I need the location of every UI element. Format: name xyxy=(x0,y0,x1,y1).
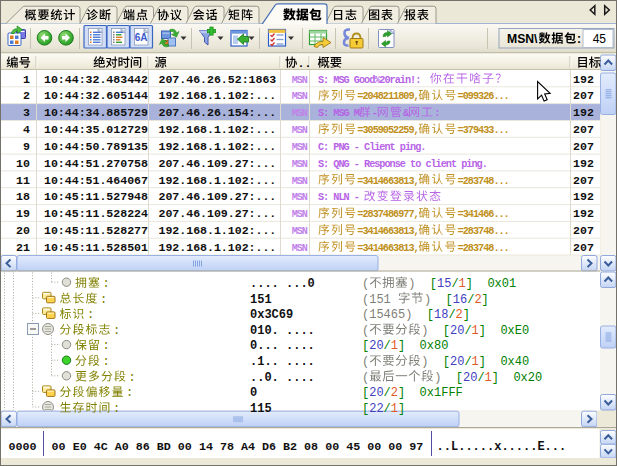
svg-text:]: ] xyxy=(466,277,473,291)
svg-text:/: / xyxy=(384,339,391,353)
svg-text:MSN: MSN xyxy=(292,125,308,136)
svg-text:/: / xyxy=(464,324,471,338)
svg-text:S: NLN -: S: NLN - xyxy=(318,192,364,203)
svg-text:[: [ xyxy=(430,277,437,291)
svg-text:207: 207 xyxy=(573,89,594,102)
svg-text:18: 18 xyxy=(434,308,448,322)
svg-text:MSN: MSN xyxy=(292,75,308,86)
svg-text:[: [ xyxy=(362,339,369,353)
svg-text:0... ....: 0... .... xyxy=(250,339,315,353)
svg-text:(15465): (15465) xyxy=(362,308,412,322)
svg-text:151: 151 xyxy=(250,293,272,307)
svg-text:=3414663813,: =3414663813, xyxy=(357,226,418,237)
svg-text:S: QNG - Response to client pi: S: QNG - Response to client ping. xyxy=(318,159,487,170)
svg-text::: : xyxy=(126,386,133,400)
svg-text:=3414663813,: =3414663813, xyxy=(357,243,418,254)
svg-text:0: 0 xyxy=(250,386,257,400)
svg-text::: : xyxy=(113,324,120,338)
svg-text:1: 1 xyxy=(485,371,492,385)
svg-text:C: PNG - Client ping.: C: PNG - Client ping. xyxy=(318,142,425,153)
svg-text:(: ( xyxy=(362,324,369,338)
svg-text::: : xyxy=(87,308,94,322)
svg-text:10:44:35.012729: 10:44:35.012729 xyxy=(44,123,148,136)
svg-text:.... ...0: .... ...0 xyxy=(250,277,315,291)
svg-text:]: ] xyxy=(398,402,405,416)
svg-text:): ) xyxy=(434,371,441,385)
svg-text:1: 1 xyxy=(459,277,466,291)
svg-text:/: / xyxy=(477,371,484,385)
svg-text:[: [ xyxy=(427,308,434,322)
svg-text:]: ] xyxy=(479,355,486,369)
svg-text:[: [ xyxy=(443,324,450,338)
svg-text:9: 9 xyxy=(23,140,30,153)
svg-text:=283748...: =283748... xyxy=(458,226,509,237)
svg-text:MSN: MSN xyxy=(292,176,308,187)
svg-text:207.46.26.52:1863: 207.46.26.52:1863 xyxy=(159,73,277,86)
svg-text:10:45:11.528224: 10:45:11.528224 xyxy=(44,207,148,220)
svg-text:10:45:11.527948: 10:45:11.527948 xyxy=(44,190,148,203)
svg-text:0x3C69: 0x3C69 xyxy=(250,308,293,322)
svg-text:22: 22 xyxy=(369,402,383,416)
svg-text:=099326...: =099326... xyxy=(458,91,509,102)
svg-text:10: 10 xyxy=(16,157,30,170)
svg-text:192.168.1.102:...: 192.168.1.102:... xyxy=(159,174,277,187)
svg-text:11: 11 xyxy=(16,174,30,187)
svg-text:MSN: MSN xyxy=(292,91,308,102)
svg-text:2: 2 xyxy=(474,293,481,307)
svg-text::: : xyxy=(577,32,581,46)
svg-text:]: ] xyxy=(492,371,499,385)
svg-text::: : xyxy=(113,402,120,416)
svg-text:207: 207 xyxy=(573,174,594,187)
svg-text:): ) xyxy=(424,293,431,307)
svg-text:(151: (151 xyxy=(362,293,398,307)
svg-text:192.168.1.102:...: 192.168.1.102:... xyxy=(159,140,277,153)
svg-text:192: 192 xyxy=(573,190,594,203)
svg-text:10:44:51.270758: 10:44:51.270758 xyxy=(44,157,148,170)
svg-text:[: [ xyxy=(446,293,453,307)
svg-text:1: 1 xyxy=(472,324,479,338)
svg-text:/: / xyxy=(384,402,391,416)
svg-text::: : xyxy=(434,108,439,119)
svg-text::: : xyxy=(103,339,110,353)
svg-text::: : xyxy=(103,277,110,291)
svg-text:192: 192 xyxy=(573,106,594,119)
svg-text:MSN: MSN xyxy=(292,226,308,237)
svg-text:[: [ xyxy=(443,355,450,369)
svg-text:10:44:51.464067: 10:44:51.464067 xyxy=(44,174,148,187)
svg-text:MSN: MSN xyxy=(292,142,308,153)
svg-text:207.46.109.27:...: 207.46.109.27:... xyxy=(159,190,277,203)
svg-text:MSN: MSN xyxy=(292,243,308,254)
svg-text:10:45:11.528277: 10:45:11.528277 xyxy=(44,224,148,237)
svg-text:20: 20 xyxy=(450,324,464,338)
svg-text:207: 207 xyxy=(573,123,594,136)
svg-text:(: ( xyxy=(362,355,369,369)
svg-text:19: 19 xyxy=(16,207,30,220)
svg-text:]: ] xyxy=(482,293,489,307)
svg-text:/: / xyxy=(464,355,471,369)
svg-text:MSN: MSN xyxy=(292,159,308,170)
svg-text:MSN\: MSN\ xyxy=(507,32,538,46)
svg-text:=283748...: =283748... xyxy=(458,176,509,187)
svg-text:207: 207 xyxy=(573,241,594,254)
svg-text:20: 20 xyxy=(369,339,383,353)
svg-text:-: - xyxy=(372,108,377,119)
svg-text:10:44:34.885729: 10:44:34.885729 xyxy=(44,106,148,119)
svg-text:): ) xyxy=(421,324,428,338)
svg-text:/: / xyxy=(467,293,474,307)
svg-text:10:44:32.483442: 10:44:32.483442 xyxy=(44,73,148,86)
svg-text:10:45:11.528501: 10:45:11.528501 xyxy=(44,241,148,254)
svg-text:MSN: MSN xyxy=(292,108,308,119)
svg-text:207: 207 xyxy=(573,140,594,153)
svg-text:0xE0: 0xE0 xyxy=(500,324,529,338)
svg-text:=3414663813,: =3414663813, xyxy=(357,176,418,187)
svg-text:16: 16 xyxy=(453,293,467,307)
svg-text:15: 15 xyxy=(437,277,451,291)
svg-text:MSN: MSN xyxy=(292,192,308,203)
svg-text:[: [ xyxy=(362,386,369,400)
svg-text:(: ( xyxy=(362,371,369,385)
svg-text:1: 1 xyxy=(391,402,398,416)
svg-text:=3059052259,: =3059052259, xyxy=(357,125,418,136)
svg-text:[: [ xyxy=(456,371,463,385)
svg-text:(: ( xyxy=(362,277,369,291)
svg-text:): ) xyxy=(408,277,415,291)
